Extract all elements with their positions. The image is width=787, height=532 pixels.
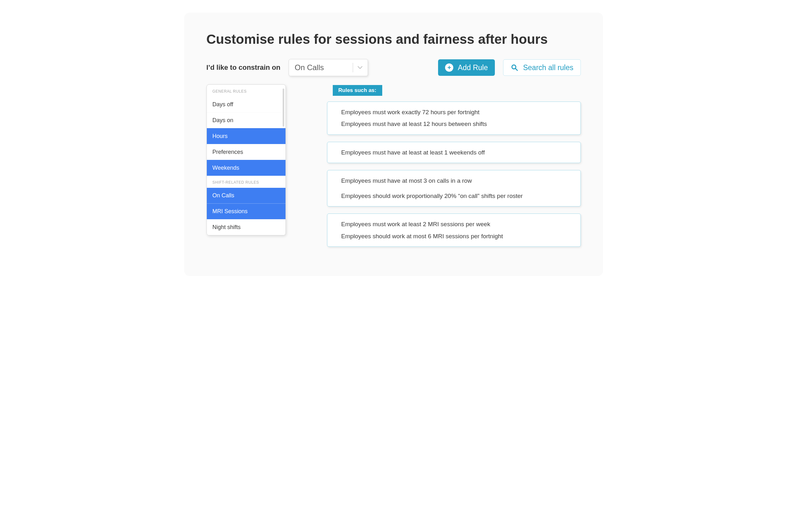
chevron-down-icon xyxy=(357,64,363,71)
rule-card[interactable]: Employees must work exactly 72 hours per… xyxy=(327,102,581,135)
dropdown-separator xyxy=(353,63,353,72)
sidebar-item-hours[interactable]: Hours xyxy=(207,128,285,144)
rule-card[interactable]: Employees must have at least at least 1 … xyxy=(327,142,581,163)
sidebar-item-on-calls[interactable]: On Calls xyxy=(207,188,285,203)
search-icon xyxy=(510,63,519,72)
rule-card[interactable]: Employees must have at most 3 on calls i… xyxy=(327,170,581,207)
sidebar-section-shift: SHIFT-RELATED RULES xyxy=(207,176,285,188)
page-title: Customise rules for sessions and fairnes… xyxy=(207,32,581,47)
sidebar-item-preferences[interactable]: Preferences xyxy=(207,144,285,160)
constrain-label: I’d like to constrain on xyxy=(207,63,280,72)
rule-line: Employees must work exactly 72 hours per… xyxy=(341,108,567,117)
search-all-rules-button[interactable]: Search all rules xyxy=(503,59,581,76)
rule-line: Employees must have at least at least 1 … xyxy=(341,148,567,157)
rule-line: Employees must work at least 2 MRI sessi… xyxy=(341,219,567,229)
rule-line: Employees should work proportionally 20%… xyxy=(341,191,567,200)
main-panel: Customise rules for sessions and fairnes… xyxy=(184,13,603,276)
rule-line: Employees should work at most 6 MRI sess… xyxy=(341,232,567,241)
content-row: GENERAL RULES Days offDays onHoursPrefer… xyxy=(207,84,581,254)
constrain-dropdown[interactable]: On Calls xyxy=(289,59,368,76)
rule-card[interactable]: Employees must work at least 2 MRI sessi… xyxy=(327,213,581,247)
sidebar-section-general: GENERAL RULES xyxy=(207,85,285,97)
rules-such-as-badge: Rules such as: xyxy=(333,85,382,96)
rules-sidebar: GENERAL RULES Days offDays onHoursPrefer… xyxy=(207,84,286,235)
toolbar: I’d like to constrain on On Calls + Add … xyxy=(207,59,581,76)
sidebar-item-night-shifts[interactable]: Night shifts xyxy=(207,219,285,235)
search-all-rules-label: Search all rules xyxy=(523,63,574,72)
add-rule-button[interactable]: + Add Rule xyxy=(438,59,495,76)
sidebar-item-weekends[interactable]: Weekends xyxy=(207,160,285,176)
sidebar-item-days-off[interactable]: Days off xyxy=(207,97,285,112)
scrollbar-thumb[interactable] xyxy=(283,88,284,127)
svg-line-1 xyxy=(515,68,517,70)
sidebar-item-days-on[interactable]: Days on xyxy=(207,112,285,128)
rule-line: Employees must have at most 3 on calls i… xyxy=(341,176,567,185)
dropdown-value: On Calls xyxy=(295,63,350,72)
sidebar-item-mri-sessions[interactable]: MRI Sessions xyxy=(207,203,285,219)
plus-circle-icon: + xyxy=(445,63,453,72)
rules-main: Rules such as: Employees must work exact… xyxy=(327,84,581,254)
rule-line: Employees must have at least 12 hours be… xyxy=(341,119,567,128)
add-rule-label: Add Rule xyxy=(458,63,488,72)
